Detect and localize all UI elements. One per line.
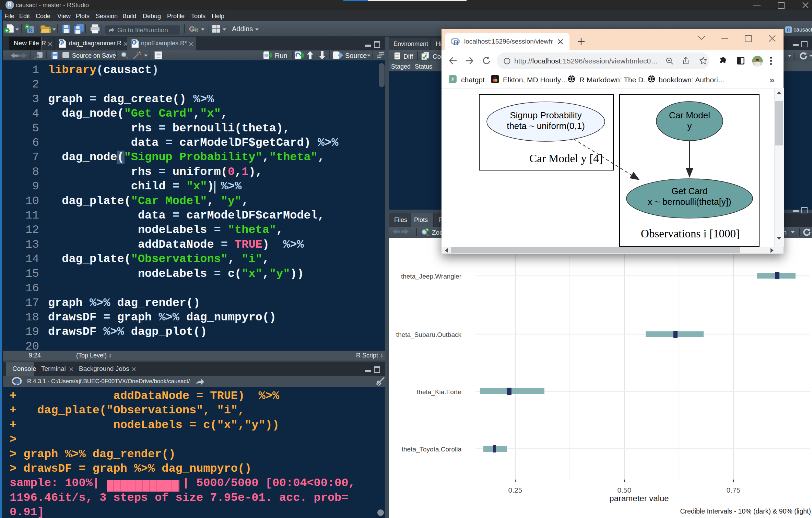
svg-text:✳: ✳ xyxy=(450,76,455,82)
svg-text:R: R xyxy=(787,27,790,33)
svg-text:R: R xyxy=(454,39,459,46)
svg-text:R: R xyxy=(15,378,21,386)
svg-text:R: R xyxy=(60,40,63,45)
svg-text:R: R xyxy=(133,40,136,45)
